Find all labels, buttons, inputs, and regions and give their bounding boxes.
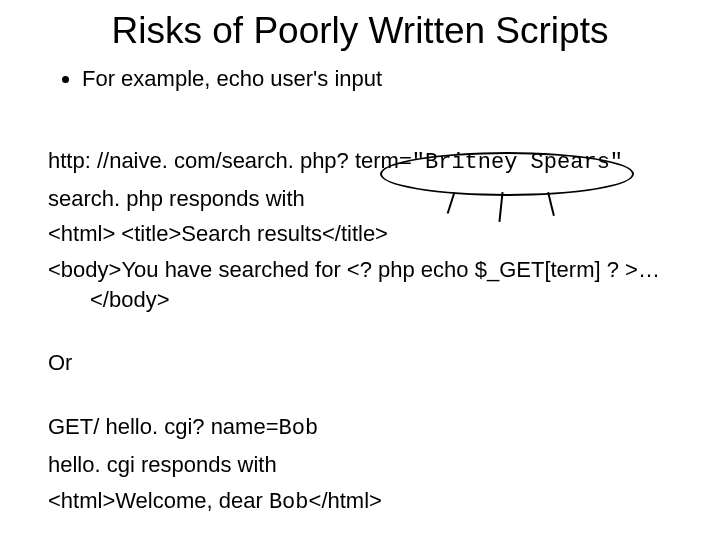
line-html-2b: </body> xyxy=(90,285,672,315)
line-get: GET/ hello. cgi? name=Bob xyxy=(48,412,672,444)
or-label: Or xyxy=(48,348,672,378)
slide-title: Risks of Poorly Written Scripts xyxy=(48,10,672,52)
line-html-2a: <body>You have searched for <? php echo … xyxy=(48,257,660,282)
line-html-3b: Bob xyxy=(269,490,309,515)
line-url: http: //naive. com/search. php? term="Br… xyxy=(48,146,672,178)
line-html-3: <html>Welcome, dear Bob</html> xyxy=(48,486,672,518)
get-prefix: GET/ hello. cgi? name= xyxy=(48,414,279,439)
get-name: Bob xyxy=(279,416,319,441)
line-responds-1: search. php responds with xyxy=(48,184,672,214)
bullet-item-1: For example, echo user's input xyxy=(82,66,672,92)
url-prefix: http: //naive. com/search. php? term= xyxy=(48,148,412,173)
line-responds-2: hello. cgi responds with xyxy=(48,450,672,480)
line-html-3c: </html> xyxy=(309,488,382,513)
line-html-1: <html> <title>Search results</title> xyxy=(48,219,672,249)
line-html-2: <body>You have searched for <? php echo … xyxy=(48,255,672,314)
line-html-3a: <html>Welcome, dear xyxy=(48,488,269,513)
url-term: "Britney Spears" xyxy=(412,150,623,175)
bullet-list: For example, echo user's input xyxy=(62,66,672,92)
